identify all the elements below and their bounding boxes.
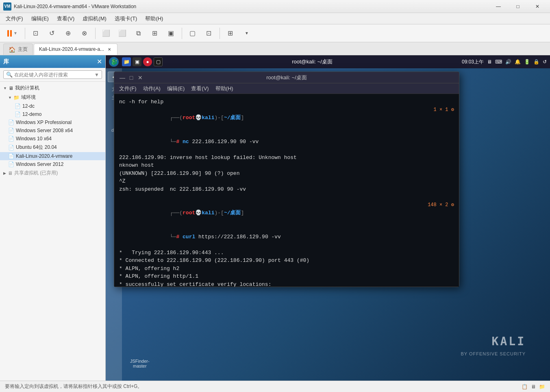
tree-label: Windows 10 x64 [16,136,52,142]
tree-item-12dc[interactable]: 📄 12-dc [0,102,105,110]
connect-button[interactable]: ⊗ [77,26,92,41]
vm-tree: ▼ 🖥 我的计算机 ▼ 📁 域环境 📄 12-dc 📄 12-demo [0,82,105,381]
term-bracket-2: )-[ [214,210,224,216]
kali-systray-lock[interactable]: 🔒 [533,59,539,65]
terminal-window[interactable]: — □ ✕ root@kali: ~/桌面 文件(F) 动作(A) 编辑(E) … [114,72,459,287]
vm-content[interactable]: 🐉 📁 ▣ ● ▢ root@kali: ~/桌面 09:03上午 🖥 ⌨ 🔊 … [106,55,550,381]
revert-button[interactable]: ↺ [45,26,59,41]
kali-systray-kbd[interactable]: ⌨ [495,59,502,65]
toolbar-separator-2 [95,28,96,39]
menu-help[interactable]: 帮助(H) [141,13,167,24]
tree-item-shared[interactable]: ▶ 🖥 共享虚拟机 (已弃用) [0,168,105,178]
kali-systray-batt[interactable]: 🔋 [524,59,530,65]
full-screen-button[interactable]: ⬜ [99,26,113,41]
shared-icon: 🖥 [8,170,13,176]
unity-button[interactable]: ⧉ [131,26,146,41]
vm-icon: 📄 [8,128,14,133]
kali-systray-vol[interactable]: 🔊 [505,59,511,65]
term-bracket: )-[ [214,115,224,121]
folder-icon: 📁 [13,95,20,100]
tree-item-win10[interactable]: 📄 Windows 10 x64 [0,135,105,143]
kali-dragon-icon[interactable]: 🐉 [109,57,119,67]
tab-kali[interactable]: Kali-Linux-2020.4-vmware-a... ✕ [34,44,117,55]
window-button[interactable]: ⬜ [115,26,130,41]
kali-term2-icon[interactable]: ▢ [154,57,163,66]
kali-kali-icon[interactable]: ● [143,57,152,66]
term-path-2: ~/桌面 [224,210,241,216]
tab-home[interactable]: 🏠 主页 [3,44,33,55]
tab-kali-close[interactable]: ✕ [107,46,112,52]
tree-item-winxp[interactable]: 📄 Windows XP Professional [0,118,105,126]
terminal-titlebar: — □ ✕ root@kali: ~/桌面 [114,72,459,83]
terminal-button[interactable]: ▢ [185,26,200,41]
extra-button[interactable]: ▣ [164,26,178,41]
search-input[interactable] [14,72,94,78]
term-output-3: (UNKNOWN) [222.186.129.90] 90 (?) open [119,170,454,178]
main-area: 库 ✕ 🔍 ▼ ▼ 🖥 我的计算机 ▼ 📁 域环境 [0,55,550,381]
maximize-button[interactable]: □ [509,0,527,13]
tree-label: Windows XP Professional [16,120,72,125]
term-skull-2: 💀 [195,210,202,216]
kali-terminal-icon[interactable]: ▣ [133,57,141,66]
menu-tab[interactable]: 选项卡(T) [111,13,141,24]
term-curl-4: * ALPN, offering http/1.1 [119,272,454,281]
terminal-body[interactable]: nc -h for help ┌──(root💀kali)-[~/桌面] └─#… [114,94,459,287]
term-menu-edit[interactable]: 编辑(E) [167,85,185,92]
close-button[interactable]: ✕ [528,0,547,13]
suspend-button[interactable]: ⊕ [61,26,76,41]
kali-desktop[interactable]: 🐉 📁 ▣ ● ▢ root@kali: ~/桌面 09:03上午 🖥 ⌨ 🔊 … [106,55,550,381]
tree-item-12demo[interactable]: 📄 12-demo [0,110,105,118]
term-menu-help[interactable]: 帮助(H) [215,85,233,92]
tree-item-win2012[interactable]: 📄 Windows Server 2012 [0,160,105,168]
minimize-button[interactable]: — [489,0,508,13]
settings-button[interactable]: ⊞ [148,26,162,41]
toolbar-separator-3 [182,28,182,39]
pause-button[interactable]: ▼ [3,28,22,38]
tree-item-win2008[interactable]: 📄 Windows Server 2008 x64 [0,126,105,135]
snapshot-button[interactable]: ⊡ [28,26,43,41]
term-close-button[interactable]: ✕ [137,74,143,81]
kali-systray-screen[interactable]: 🖥 [487,59,492,65]
term-menu-view[interactable]: 查看(V) [191,85,209,92]
kali-systray-refresh[interactable]: ↺ [543,59,547,65]
toolbar-separator-4 [220,28,220,39]
term-prompt-prefix-2: ┌──( [170,210,183,216]
term-maximize-button[interactable]: □ [128,74,135,81]
vm-icon: 📄 [8,161,14,167]
tree-item-kali[interactable]: 📄 Kali-Linux-2020.4-vmware [0,152,105,160]
term-minimize-button[interactable]: — [119,74,126,81]
search-dropdown-icon[interactable]: ▼ [94,72,99,78]
display-button[interactable]: ⊡ [202,26,216,41]
jsfinder-label: JSFinder- master [130,359,150,368]
kali-systray-net[interactable]: 🔔 [515,59,521,65]
kali-files-icon[interactable]: 📁 [122,57,131,66]
monitor-button[interactable]: ⊞ [223,26,238,41]
term-menu-file[interactable]: 文件(F) [119,85,137,92]
term-counter-1: 1 × 1 ⚙ [434,106,454,113]
term-skull: 💀 [195,115,202,121]
app-icon: VM [3,2,11,11]
menu-edit[interactable]: 编辑(E) [27,13,53,24]
menu-view[interactable]: 查看(V) [53,13,78,24]
tree-label: 共享虚拟机 (已弃用) [14,170,58,176]
menu-bar: 文件(F) 编辑(E) 查看(V) 虚拟机(M) 选项卡(T) 帮助(H) [0,13,550,24]
tree-item-my-computer[interactable]: ▼ 🖥 我的计算机 [0,83,105,93]
monitor-button-2[interactable]: ▼ [239,26,254,41]
sidebar-close-button[interactable]: ✕ [97,58,102,65]
term-menu-action[interactable]: 动作(A) [143,85,161,92]
kali-subtitle: BY OFFENSIVE SECURITY [461,351,526,356]
term-curl-args: https://222.186.129.90 -vv [195,234,281,240]
term-output-4: ^Z [119,177,454,185]
tree-item-domain[interactable]: ▼ 📁 域环境 [0,93,105,102]
tree-item-ubuntu[interactable]: 📄 Ubuntu 64位 20.04 [0,143,105,152]
term-kali-label: kali [202,115,214,121]
vm-active-icon: 📄 [8,153,14,159]
term-cmd-1: └─# nc 222.186.129.90 90 -vv [119,130,259,154]
menu-vm[interactable]: 虚拟机(M) [78,13,111,24]
kali-topbar: 🐉 📁 ▣ ● ▢ root@kali: ~/桌面 09:03上午 🖥 ⌨ 🔊 … [106,55,550,68]
computer-icon: 🖥 [9,85,13,91]
tab-home-label: 主页 [18,46,28,53]
vm-icon: 📄 [8,120,14,125]
term-line-1: nc -h for help [119,98,454,106]
menu-file[interactable]: 文件(F) [2,13,27,24]
